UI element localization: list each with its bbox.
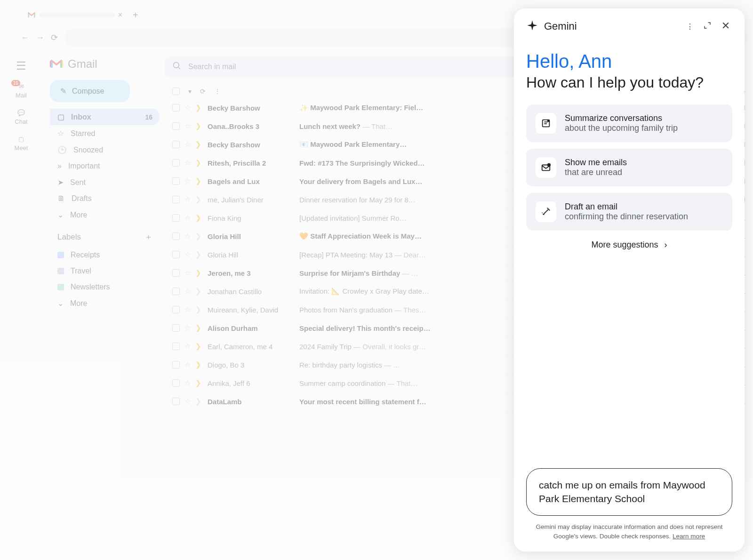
sidebar-label-receipts[interactable]: Receipts — [50, 247, 160, 263]
important-icon[interactable]: ❯ — [195, 269, 203, 277]
important-icon[interactable]: ❯ — [195, 250, 203, 259]
expand-icon[interactable] — [701, 19, 713, 33]
email-checkbox[interactable] — [172, 306, 180, 313]
star-icon[interactable]: ☆ — [184, 324, 191, 332]
email-checkbox[interactable] — [172, 324, 180, 332]
close-tab-icon[interactable]: × — [118, 11, 122, 19]
sidebar-folder-important[interactable]: »Important — [50, 158, 160, 174]
star-icon[interactable]: ☆ — [184, 232, 191, 240]
overflow-icon[interactable]: ⋮ — [684, 20, 696, 33]
email-checkbox[interactable] — [172, 269, 180, 277]
star-icon[interactable]: ☆ — [184, 250, 191, 259]
email-sender: Bagels and Lux — [208, 177, 295, 185]
rail-chat[interactable]: 💬 Chat — [15, 109, 27, 125]
select-all-caret-icon[interactable]: ▾ — [188, 88, 192, 95]
important-icon[interactable]: ❯ — [195, 360, 203, 369]
gmail-logo-icon — [50, 59, 63, 69]
sidebar-label-travel[interactable]: Travel — [50, 263, 160, 279]
sidebar-folder-more[interactable]: ⌄More — [50, 207, 160, 223]
folder-label: Snoozed — [73, 146, 103, 154]
important-icon[interactable]: ❯ — [195, 324, 203, 332]
star-icon[interactable]: ☆ — [184, 195, 191, 204]
star-icon[interactable]: ☆ — [184, 379, 191, 387]
sidebar-folder-sent[interactable]: ➤Sent — [50, 174, 160, 191]
card-title: Show me emails — [565, 158, 627, 168]
card-subtitle: confirming the dinner reservation — [565, 212, 688, 222]
email-checkbox[interactable] — [172, 251, 180, 258]
more-icon: ⌄ — [57, 210, 64, 219]
select-all-checkbox[interactable] — [172, 88, 180, 95]
email-checkbox[interactable] — [172, 122, 180, 130]
email-checkbox[interactable] — [172, 214, 180, 222]
reload-icon[interactable]: ⟳ — [51, 32, 58, 43]
hamburger-icon[interactable]: ☰ — [16, 59, 26, 72]
sidebar-folder-inbox[interactable]: ▢Inbox16 — [50, 109, 160, 125]
important-icon[interactable]: ❯ — [195, 287, 203, 296]
email-checkbox[interactable] — [172, 398, 180, 405]
important-icon[interactable]: ❯ — [195, 397, 203, 406]
important-icon[interactable]: ❯ — [195, 214, 203, 222]
important-icon[interactable]: ❯ — [195, 305, 203, 314]
important-icon[interactable]: ❯ — [195, 177, 203, 185]
chevron-right-icon: › — [665, 240, 667, 249]
suggestion-card-2[interactable]: Draft an emailconfirming the dinner rese… — [526, 193, 732, 231]
refresh-icon[interactable]: ⟳ — [200, 88, 206, 95]
card-title: Draft an email — [565, 202, 688, 212]
star-icon[interactable]: ☆ — [184, 122, 191, 130]
important-icon[interactable]: ❯ — [195, 159, 203, 167]
star-icon[interactable]: ☆ — [184, 305, 191, 314]
suggestion-card-1[interactable]: Show me emailsthat are unread — [526, 149, 732, 186]
back-icon[interactable]: ← — [21, 33, 29, 43]
important-icon[interactable]: ❯ — [195, 195, 203, 204]
email-checkbox[interactable] — [172, 141, 180, 148]
sidebar-label-newsletters[interactable]: Newsletters — [50, 279, 160, 295]
star-icon[interactable]: ☆ — [184, 360, 191, 369]
folder-label: Sent — [70, 178, 86, 187]
star-icon[interactable]: ☆ — [184, 269, 191, 277]
browser-tab[interactable]: × — [21, 7, 129, 23]
new-tab-button[interactable]: + — [133, 10, 138, 21]
email-checkbox[interactable] — [172, 104, 180, 112]
sidebar-labels-more[interactable]: ⌄More — [50, 295, 160, 312]
more-suggestions-button[interactable]: More suggestions › — [526, 240, 732, 250]
important-icon[interactable]: ❯ — [195, 342, 203, 351]
label-text: Travel — [71, 267, 91, 275]
star-icon[interactable]: ☆ — [184, 104, 191, 112]
email-sender: Annika, Jeff 6 — [208, 379, 295, 387]
email-checkbox[interactable] — [172, 159, 180, 167]
sidebar-folder-snoozed[interactable]: 🕒Snoozed — [50, 142, 160, 158]
gemini-prompt-input[interactable]: catch me up on emails from Maywood Park … — [526, 468, 732, 516]
star-icon[interactable]: ☆ — [184, 397, 191, 406]
folder-label: Important — [68, 162, 100, 170]
important-icon[interactable]: ❯ — [195, 122, 203, 130]
email-checkbox[interactable] — [172, 288, 180, 295]
important-icon[interactable]: ❯ — [195, 379, 203, 387]
compose-button[interactable]: ✎ Compose — [50, 80, 130, 102]
email-checkbox[interactable] — [172, 379, 180, 387]
learn-more-link[interactable]: Learn more — [673, 533, 705, 540]
star-icon[interactable]: ☆ — [184, 214, 191, 222]
sidebar-folder-drafts[interactable]: 🗎Drafts — [50, 191, 160, 207]
sidebar-folder-starred[interactable]: ☆Starred — [50, 125, 160, 142]
star-icon[interactable]: ☆ — [184, 140, 191, 149]
email-checkbox[interactable] — [172, 232, 180, 240]
important-icon[interactable]: ❯ — [195, 232, 203, 240]
star-icon[interactable]: ☆ — [184, 159, 191, 167]
email-checkbox[interactable] — [172, 177, 180, 185]
forward-icon[interactable]: → — [36, 33, 44, 43]
important-icon[interactable]: ❯ — [195, 140, 203, 149]
close-icon[interactable] — [719, 19, 732, 34]
more-icon[interactable]: ⋮ — [214, 88, 221, 95]
folder-label: Inbox — [71, 113, 91, 121]
star-icon[interactable]: ☆ — [184, 287, 191, 296]
email-checkbox[interactable] — [172, 343, 180, 350]
star-icon[interactable]: ☆ — [184, 177, 191, 185]
suggestion-card-0[interactable]: Summarize conversationsabout the upcomin… — [526, 104, 732, 142]
email-checkbox[interactable] — [172, 196, 180, 203]
rail-mail[interactable]: 16 ✉ Mail — [16, 83, 27, 99]
email-checkbox[interactable] — [172, 361, 180, 368]
star-icon[interactable]: ☆ — [184, 342, 191, 351]
important-icon[interactable]: ❯ — [195, 104, 203, 112]
rail-meet[interactable]: ▢ Meet — [15, 136, 28, 152]
add-label-icon[interactable]: ＋ — [144, 232, 152, 242]
